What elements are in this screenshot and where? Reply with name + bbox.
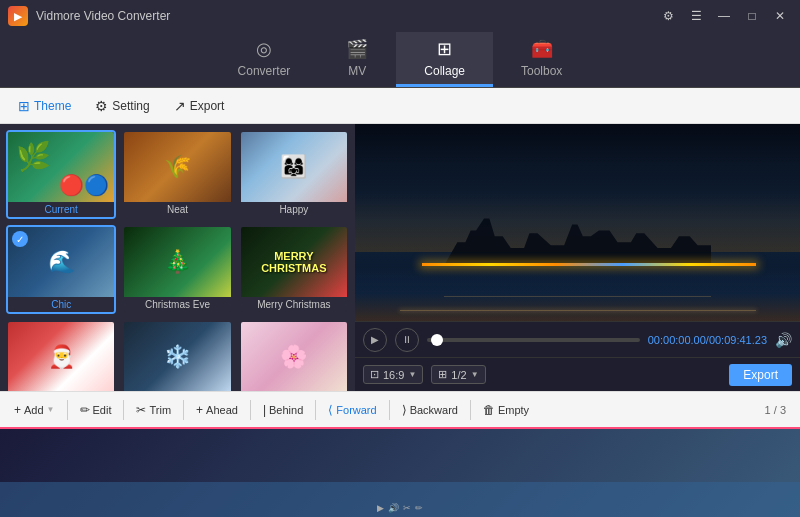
minimize-button[interactable]: — [712,6,736,26]
theme-label-neat: Neat [124,202,230,217]
backward-label: Backward [410,404,458,416]
behind-icon: | [263,403,266,417]
pause-button[interactable]: ⏸ [395,328,419,352]
theme-label-chic: Chic [8,297,114,312]
toolbar: ⊞ Theme ⚙ Setting ↗ Export [0,88,800,124]
ratio-value: 16:9 [383,369,404,381]
progress-thumb[interactable] [431,334,443,346]
backward-button[interactable]: ⟩ Backward [394,399,466,421]
forward-icon: ⟨ [328,403,333,417]
theme-grid: 🌿 🔴🔵 Current 🌾 Neat 👩‍👩‍👧 Happy [6,130,349,391]
add-icon: + [14,403,21,417]
close-button[interactable]: ✕ [768,6,792,26]
tab-toolbox-label: Toolbox [521,64,562,78]
time-display: 00:00:00.00/00:09:41.23 [648,334,767,346]
setting-label: Setting [112,99,149,113]
export-button[interactable]: Export [729,364,792,386]
page-indicator: 1 / 3 [765,404,794,416]
empty-button[interactable]: 🗑 Empty [475,399,537,421]
selected-badge: ✓ [12,231,28,247]
ahead-label: Ahead [206,404,238,416]
backward-icon: ⟩ [402,403,407,417]
theme-label-happy: Happy [241,202,347,217]
theme-panel: 🌿 🔴🔵 Current 🌾 Neat 👩‍👩‍👧 Happy [0,124,355,391]
sep4 [250,400,251,420]
sep1 [67,400,68,420]
add-label: Add [24,404,44,416]
tab-mv-label: MV [348,64,366,78]
app-title: Vidmore Video Converter [36,9,656,23]
layout-icon: ⊞ [438,368,447,381]
layout-dropdown-icon: ▼ [471,370,479,379]
preview-background [355,124,800,321]
ratio-dropdown-icon: ▼ [408,370,416,379]
tab-toolbox[interactable]: 🧰 Toolbox [493,32,590,87]
sep2 [123,400,124,420]
ahead-button[interactable]: + Ahead [188,399,246,421]
sep5 [315,400,316,420]
setting-button[interactable]: ⚙ Setting [85,94,159,118]
action-bar: + Add ▼ ✏ Edit ✂ Trim + Ahead | Behind ⟨… [0,391,800,427]
volume-icon[interactable]: 🔊 [775,332,792,348]
clip-background-3 [271,438,369,508]
forward-label: Forward [336,404,376,416]
add-button[interactable]: + Add ▼ [6,399,63,421]
theme-label-merry-christmas: Merry Christmas [241,297,347,312]
ratio-bar: ⊡ 16:9 ▼ ⊞ 1/2 ▼ Export [355,357,800,391]
theme-item-happy[interactable]: 👩‍👩‍👧 Happy [239,130,349,219]
sep6 [389,400,390,420]
export-icon: ↗ [174,98,186,114]
menu-button[interactable]: ☰ [684,6,708,26]
theme-button[interactable]: ⊞ Theme [8,94,81,118]
theme-item-christmas-eve[interactable]: 🎄 Christmas Eve [122,225,232,314]
forward-button[interactable]: ⟨ Forward [320,399,384,421]
timeline: ⏱ 00:08:40 ✕ ▶ 🔊 ✂ ✏ ▶ 🔊 ✂ ✏ ← [0,427,800,517]
theme-item-snowy-night[interactable]: ❄️ Snowy Night [122,320,232,391]
theme-label-current: Current [8,202,114,217]
theme-item-santa-claus[interactable]: 🎅 Santa Claus [6,320,116,391]
export-toolbar-button[interactable]: ↗ Export [164,94,235,118]
edit-icon: ✏ [80,403,90,417]
nav-tabs: ◎ Converter 🎬 MV ⊞ Collage 🧰 Toolbox [0,32,800,88]
edit-button[interactable]: ✏ Edit [72,399,120,421]
empty-label: Empty [498,404,529,416]
ahead-icon: + [196,403,203,417]
collage-icon: ⊞ [437,38,452,60]
theme-item-stripes-waves[interactable]: 🌸 Stripes & Waves [239,320,349,391]
theme-item-neat[interactable]: 🌾 Neat [122,130,232,219]
export-toolbar-label: Export [190,99,225,113]
app-logo: ▶ [8,6,28,26]
maximize-button[interactable]: □ [740,6,764,26]
main-content: 🌿 🔴🔵 Current 🌾 Neat 👩‍👩‍👧 Happy [0,124,800,391]
layout-select[interactable]: ⊞ 1/2 ▼ [431,365,485,384]
settings-button[interactable]: ⚙ [656,6,680,26]
play-button[interactable]: ▶ [363,328,387,352]
empty-icon: 🗑 [483,403,495,417]
setting-icon: ⚙ [95,98,108,114]
titlebar: ▶ Vidmore Video Converter ⚙ ☰ — □ ✕ [0,0,800,32]
sep3 [183,400,184,420]
theme-item-merry-christmas[interactable]: MERRYCHRISTMAS Merry Christmas [239,225,349,314]
ratio-select[interactable]: ⊡ 16:9 ▼ [363,365,423,384]
tab-collage-label: Collage [424,64,465,78]
theme-icon: ⊞ [18,98,30,114]
theme-item-chic[interactable]: ✓ 🌊 Chic [6,225,116,314]
behind-button[interactable]: | Behind [255,399,311,421]
theme-item-current[interactable]: 🌿 🔴🔵 Current [6,130,116,219]
tab-converter[interactable]: ◎ Converter [210,32,319,87]
ratio-icon: ⊡ [370,368,379,381]
preview-panel: ▶ ⏸ 00:00:00.00/00:09:41.23 🔊 ⊡ 16:9 ▼ ⊞… [355,124,800,391]
window-controls: ⚙ ☰ — □ ✕ [656,6,792,26]
progress-bar[interactable] [427,338,640,342]
theme-label: Theme [34,99,71,113]
timeline-clip-3[interactable]: ▶ 🔊 ✂ ✏ [270,437,370,509]
tab-mv[interactable]: 🎬 MV [318,32,396,87]
tab-collage[interactable]: ⊞ Collage [396,32,493,87]
layout-value: 1/2 [451,369,466,381]
behind-label: Behind [269,404,303,416]
controls-bar: ▶ ⏸ 00:00:00.00/00:09:41.23 🔊 [355,321,800,357]
trim-button[interactable]: ✂ Trim [128,399,179,421]
toolbox-icon: 🧰 [531,38,553,60]
theme-label-christmas-eve: Christmas Eve [124,297,230,312]
trim-icon: ✂ [136,403,146,417]
